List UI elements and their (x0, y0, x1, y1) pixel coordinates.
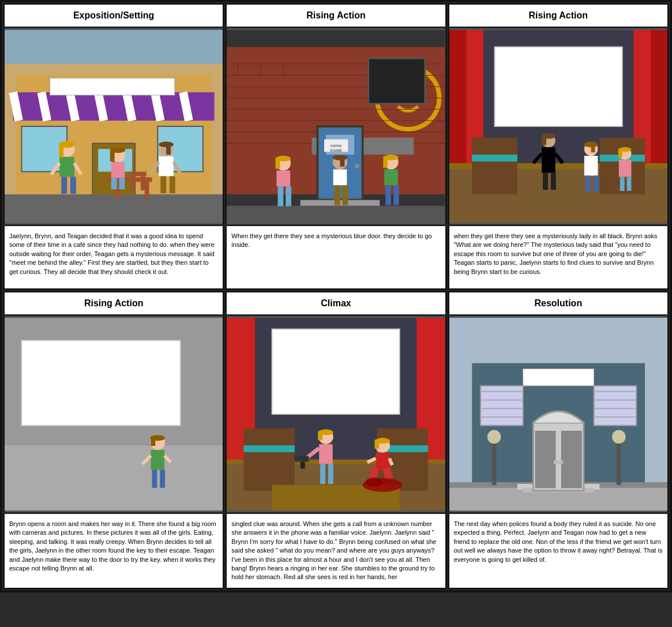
svg-rect-146 (151, 437, 156, 446)
svg-rect-153 (244, 429, 295, 491)
svg-point-187 (558, 460, 563, 465)
svg-rect-40 (160, 176, 166, 193)
svg-rect-114 (584, 156, 598, 175)
svg-rect-92 (384, 156, 388, 168)
svg-rect-11 (50, 78, 175, 95)
scene-image-6 (448, 316, 669, 512)
header-label-1: Exposition/Setting (73, 10, 154, 20)
story-text-3: when they get there they see a mysteriou… (454, 232, 658, 275)
svg-rect-155 (244, 445, 295, 452)
svg-line-10 (183, 92, 189, 121)
svg-rect-84 (343, 185, 348, 205)
svg-rect-74 (227, 206, 445, 223)
svg-rect-102 (472, 155, 517, 162)
svg-rect-27 (70, 177, 76, 193)
svg-rect-142 (160, 470, 165, 487)
svg-rect-159 (320, 444, 333, 464)
svg-rect-22 (130, 176, 135, 190)
svg-rect-45 (166, 142, 171, 155)
svg-rect-23 (141, 176, 145, 190)
svg-point-200 (487, 430, 501, 444)
svg-rect-107 (543, 173, 548, 190)
svg-rect-100 (472, 138, 517, 194)
svg-rect-76 (277, 171, 291, 187)
svg-point-186 (553, 460, 558, 465)
svg-rect-122 (626, 177, 631, 191)
svg-point-202 (612, 430, 626, 444)
svg-rect-163 (295, 456, 309, 462)
cell-text-3: when they get there they see a mysteriou… (448, 226, 669, 290)
svg-rect-124 (618, 148, 622, 157)
svg-rect-121 (620, 177, 624, 191)
svg-rect-62 (369, 58, 425, 104)
svg-rect-120 (618, 160, 631, 177)
svg-rect-166 (318, 431, 323, 440)
header-label-4: Rising Action (84, 298, 144, 308)
cell-text-1: Jaelynn, Brynn, and Teagan decided that … (3, 226, 224, 290)
svg-rect-86 (340, 155, 345, 167)
svg-rect-21 (129, 172, 146, 177)
svg-rect-82 (333, 170, 347, 186)
header-label-3: Rising Action (529, 10, 588, 20)
svg-rect-39 (159, 156, 174, 176)
svg-rect-104 (494, 47, 622, 126)
svg-rect-26 (61, 177, 67, 193)
svg-point-71 (355, 164, 359, 168)
scene-image-3 (448, 28, 669, 224)
svg-rect-160 (320, 464, 325, 483)
svg-rect-185 (561, 431, 581, 487)
svg-rect-108 (551, 173, 556, 190)
header-cell4: Rising Action (3, 291, 224, 314)
svg-rect-41 (170, 176, 175, 193)
svg-rect-184 (535, 431, 555, 487)
header-label-2: Rising Action (306, 10, 366, 20)
story-text-2: When they get there they see a mysteriou… (231, 232, 431, 248)
svg-rect-141 (152, 470, 157, 487)
svg-rect-118 (591, 142, 595, 153)
header-cell1: Exposition/Setting (3, 3, 224, 27)
header-label-6: Resolution (534, 298, 582, 308)
svg-rect-20 (145, 182, 149, 198)
header-cell5: Climax (226, 291, 446, 314)
svg-rect-168 (376, 453, 390, 470)
header-label-5: Climax (321, 298, 351, 308)
story-text-5: singled clue was around. When she gets a… (231, 520, 436, 580)
svg-rect-112 (542, 135, 546, 145)
storyboard: Exposition/Setting Rising Action Rising … (0, 0, 672, 592)
svg-rect-161 (328, 464, 333, 483)
svg-rect-138 (5, 445, 223, 510)
svg-line-9 (155, 92, 160, 121)
scene-image-4 (3, 316, 224, 512)
svg-rect-198 (523, 369, 594, 385)
svg-rect-31 (59, 143, 63, 157)
svg-rect-164 (301, 462, 305, 469)
story-text-6: The next day when polices found a body t… (454, 520, 663, 563)
svg-text:inside: inside (331, 148, 343, 153)
cell-text-4: Brynn opens a room and makes her way in … (3, 514, 224, 589)
svg-rect-152 (272, 329, 400, 414)
svg-point-117 (584, 142, 598, 148)
svg-rect-83 (335, 185, 340, 205)
svg-rect-37 (110, 149, 115, 162)
svg-rect-106 (542, 147, 555, 172)
scene-image-1 (3, 28, 224, 224)
svg-rect-34 (111, 178, 117, 189)
svg-line-7 (98, 92, 104, 121)
svg-rect-33 (111, 162, 125, 178)
svg-rect-80 (276, 157, 280, 169)
svg-rect-140 (151, 450, 165, 470)
svg-rect-127 (21, 340, 180, 425)
story-text-4: Brynn opens a room and makes her way in … (9, 520, 216, 572)
svg-rect-174 (375, 440, 380, 449)
svg-rect-88 (385, 170, 399, 186)
svg-rect-90 (393, 185, 399, 205)
svg-rect-199 (491, 440, 496, 485)
svg-rect-115 (585, 175, 591, 192)
svg-rect-78 (286, 186, 292, 206)
scene-image-5 (226, 316, 446, 512)
svg-point-176 (366, 478, 382, 487)
svg-rect-35 (119, 178, 125, 189)
svg-rect-17 (5, 194, 223, 223)
cell-text-2: When they get there they see a mysteriou… (226, 226, 446, 290)
svg-rect-89 (385, 185, 391, 205)
